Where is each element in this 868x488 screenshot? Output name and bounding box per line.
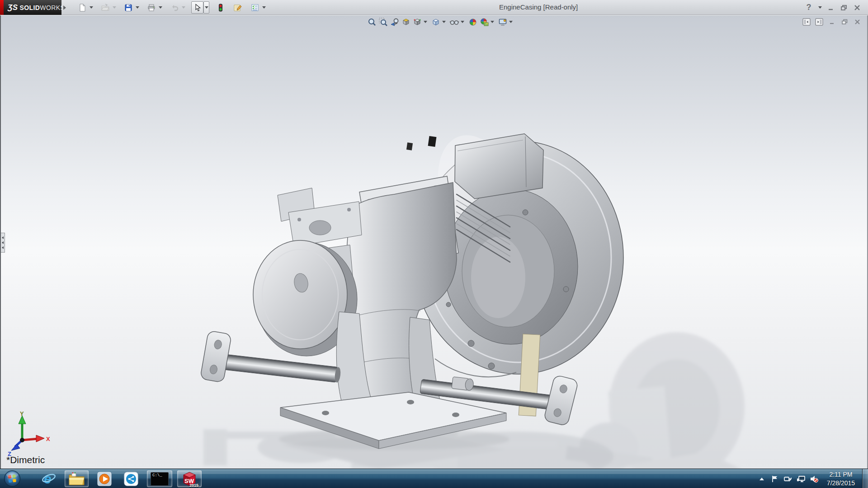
open-dropdown[interactable] — [111, 1, 117, 14]
media-player-button[interactable] — [94, 470, 115, 487]
hide-show-dropdown[interactable] — [460, 16, 465, 28]
options-dropdown[interactable] — [261, 1, 267, 14]
left-arrow-icon — [2, 236, 4, 239]
previous-view-button[interactable] — [389, 16, 400, 28]
view-orientation-dropdown[interactable] — [423, 16, 428, 28]
view-orientation-button[interactable] — [411, 16, 423, 28]
feature-manager-collapsed-tab[interactable] — [1, 233, 5, 253]
section-view-button[interactable] — [400, 16, 411, 28]
apply-scene-dropdown[interactable] — [490, 16, 495, 28]
traffic-light-icon — [217, 4, 225, 12]
collapse-right-pane-button[interactable] — [815, 18, 824, 26]
doc-restore-icon — [841, 19, 848, 25]
left-arrow-icon — [2, 241, 4, 244]
minimize-icon — [827, 4, 835, 11]
internet-explorer-button[interactable]: e — [38, 470, 60, 487]
network-app-icon — [123, 471, 139, 487]
headsup-view-toolbar — [366, 16, 514, 28]
restore-icon — [840, 4, 848, 11]
save-dropdown[interactable] — [134, 1, 140, 14]
select-tool-button[interactable] — [191, 1, 203, 14]
show-desktop-button[interactable] — [862, 469, 868, 488]
restore-button[interactable] — [839, 3, 849, 13]
right-shaft-flange — [543, 375, 579, 426]
help-dropdown[interactable] — [817, 1, 823, 14]
solidworks-window: ƷS SOLIDWORKS — [0, 0, 868, 488]
section-view-icon — [401, 18, 410, 27]
doc-close-button[interactable] — [853, 18, 862, 26]
zoom-to-area-button[interactable] — [377, 16, 389, 28]
windows-explorer-button[interactable] — [65, 470, 89, 487]
appearance-ball-icon — [468, 18, 477, 27]
menu-expand-arrow[interactable] — [61, 0, 68, 15]
new-document-dropdown[interactable] — [88, 1, 94, 14]
sw-year: 2015 — [189, 483, 198, 488]
undo-arrow-icon — [170, 4, 179, 12]
media-player-icon — [97, 471, 112, 487]
close-icon — [854, 4, 861, 11]
open-folder-icon — [101, 4, 109, 12]
edit-appearance-button[interactable] — [467, 16, 478, 28]
ie-letter: e — [44, 471, 52, 486]
traffic-light-button[interactable] — [214, 1, 226, 14]
speaker-muted-icon — [810, 474, 819, 483]
undo-dropdown[interactable] — [180, 1, 186, 14]
print-button[interactable] — [145, 1, 157, 14]
view-settings-button[interactable] — [497, 16, 508, 28]
display-style-button[interactable] — [430, 16, 441, 28]
display-style-dropdown[interactable] — [441, 16, 447, 28]
print-dropdown[interactable] — [157, 1, 163, 14]
options-checklist-button[interactable] — [249, 1, 261, 14]
close-button[interactable] — [852, 3, 862, 13]
volume-muted-button[interactable] — [810, 474, 819, 483]
taskbar-apps: e — [38, 470, 202, 488]
new-document-button[interactable] — [76, 1, 88, 14]
network-tray-button[interactable] — [797, 474, 806, 483]
engine-casing-model[interactable] — [1, 15, 868, 469]
save-button[interactable] — [122, 1, 134, 14]
triad-x-label: X — [46, 436, 50, 442]
view-orientation-cube-icon — [413, 18, 422, 27]
windows-taskbar: e — [0, 469, 868, 488]
minimize-button[interactable] — [826, 3, 836, 13]
zoom-to-fit-button[interactable] — [366, 16, 377, 28]
checklist-icon — [251, 4, 259, 12]
command-prompt-button[interactable]: C:\_ — [147, 470, 172, 487]
network-app-button[interactable] — [120, 470, 142, 487]
zoom-to-area-icon — [379, 18, 388, 27]
view-settings-dropdown[interactable] — [508, 16, 514, 28]
doc-minimize-icon — [829, 19, 835, 25]
collapse-left-pane-button[interactable] — [802, 18, 811, 26]
collapse-left-pane-icon — [802, 18, 811, 26]
left-shaft — [212, 353, 341, 383]
display-style-cube-icon — [431, 18, 440, 27]
command-prompt-icon: C:\_ — [151, 472, 169, 486]
open-button[interactable] — [99, 1, 111, 14]
help-button[interactable]: ? — [804, 3, 814, 13]
window-title: EngineCasing [Read-only] — [499, 3, 578, 11]
note-properties-button[interactable] — [231, 1, 244, 14]
undo-button[interactable] — [168, 1, 180, 14]
flag-icon — [771, 475, 779, 483]
solidworks-2015-icon: SW 2015 — [181, 471, 198, 487]
hide-show-items-button[interactable] — [448, 16, 460, 28]
doc-minimize-button[interactable] — [827, 18, 836, 26]
clock-time: 2:11 PM — [823, 470, 859, 479]
taskbar-clock[interactable]: 2:11 PM 7/28/2015 — [823, 470, 859, 487]
start-button[interactable] — [4, 470, 21, 487]
doc-restore-button[interactable] — [840, 18, 849, 26]
cmd-prompt-text: C:\_ — [152, 473, 162, 478]
clock-date: 7/28/2015 — [823, 479, 859, 487]
apply-scene-button[interactable] — [478, 16, 490, 28]
graphics-viewport[interactable]: Y X Z *Dimetric — [0, 15, 868, 469]
window-controls: ? — [804, 0, 862, 15]
select-tool-dropdown[interactable] — [203, 1, 209, 14]
eyeglasses-icon — [449, 18, 459, 27]
solidworks-mark-icon: ƷS — [8, 3, 18, 12]
reference-triad[interactable]: Y X Z — [7, 411, 57, 458]
left-shaft-flange — [200, 330, 231, 382]
solidworks-taskbar-button[interactable]: SW 2015 — [177, 470, 202, 487]
show-hidden-icons-button[interactable] — [757, 474, 766, 483]
action-center-button[interactable] — [770, 474, 779, 483]
power-tray-button[interactable] — [783, 474, 793, 483]
